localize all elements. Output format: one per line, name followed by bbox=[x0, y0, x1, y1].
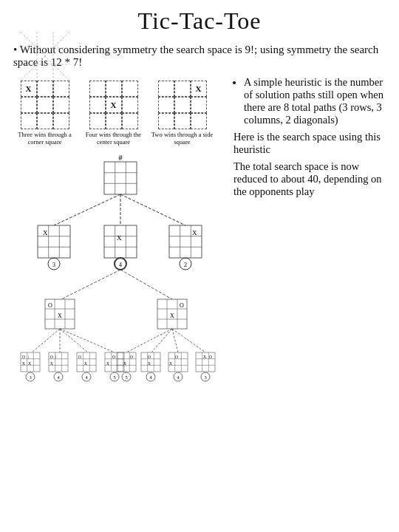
svg-text:O: O bbox=[209, 355, 212, 359]
svg-line-61 bbox=[172, 329, 178, 352]
svg-text:3: 3 bbox=[52, 262, 55, 268]
heuristic-para2: The total search space is now reduced to… bbox=[233, 160, 386, 198]
svg-text:X: X bbox=[169, 361, 172, 366]
svg-text:4: 4 bbox=[57, 375, 60, 380]
svg-text:4: 4 bbox=[85, 375, 88, 380]
svg-rect-7 bbox=[104, 162, 137, 194]
left-column: X bbox=[13, 76, 228, 395]
page-title: Tic-Tac-Toe bbox=[13, 7, 386, 35]
svg-text:X: X bbox=[192, 229, 197, 236]
svg-line-40 bbox=[120, 270, 172, 299]
svg-text:5: 5 bbox=[125, 375, 127, 380]
svg-rect-102 bbox=[117, 352, 136, 372]
svg-text:X: X bbox=[43, 229, 48, 236]
right-column: A simple heuristic is the number of solu… bbox=[233, 76, 386, 202]
main-layout: X bbox=[13, 76, 386, 395]
svg-text:X: X bbox=[123, 361, 126, 366]
svg-text:X: X bbox=[148, 361, 151, 366]
boards-row: X bbox=[13, 81, 228, 146]
svg-text:O: O bbox=[78, 355, 81, 359]
svg-text:O: O bbox=[180, 302, 184, 309]
svg-text:O: O bbox=[130, 355, 133, 359]
svg-text:X: X bbox=[106, 361, 109, 366]
svg-text:X: X bbox=[84, 361, 87, 366]
svg-text:3: 3 bbox=[204, 375, 206, 380]
board-side: X Two wins through a side square bbox=[151, 81, 214, 146]
heuristic-para1: Here is the search space using this heur… bbox=[233, 131, 386, 156]
svg-text:4: 4 bbox=[119, 262, 122, 268]
svg-line-12 bbox=[54, 194, 120, 225]
svg-text:O: O bbox=[48, 302, 52, 309]
svg-line-57 bbox=[60, 329, 88, 352]
svg-text:2: 2 bbox=[184, 262, 187, 268]
svg-text:4: 4 bbox=[149, 375, 152, 380]
svg-line-55 bbox=[32, 329, 60, 352]
board-center: X Four wins through the center square bbox=[82, 81, 145, 146]
svg-rect-111 bbox=[141, 352, 160, 372]
svg-text:X: X bbox=[203, 355, 206, 359]
heuristic-item: A simple heuristic is the number of solu… bbox=[244, 76, 386, 126]
svg-text:|: | bbox=[55, 355, 56, 359]
svg-text:X: X bbox=[28, 361, 31, 366]
intro-text: • Without considering symmetry the searc… bbox=[13, 44, 386, 69]
svg-text:#: # bbox=[118, 153, 123, 162]
svg-line-62 bbox=[172, 329, 205, 352]
svg-line-39 bbox=[61, 270, 120, 299]
tree-diagram: # X 3 bbox=[13, 151, 228, 395]
svg-text:O: O bbox=[112, 355, 115, 359]
svg-text:X: X bbox=[22, 361, 25, 366]
svg-text:X: X bbox=[170, 313, 174, 319]
svg-line-58 bbox=[60, 329, 115, 352]
svg-text:O: O bbox=[50, 355, 53, 359]
svg-line-60 bbox=[151, 329, 172, 352]
board-side-caption: Two wins through a side square bbox=[151, 131, 214, 146]
svg-text:O: O bbox=[22, 355, 25, 359]
board-corner: X bbox=[13, 81, 76, 146]
svg-text:X: X bbox=[58, 313, 62, 319]
svg-text:O: O bbox=[175, 355, 178, 359]
svg-text:4: 4 bbox=[177, 375, 180, 380]
svg-text:3: 3 bbox=[29, 375, 31, 380]
svg-text:X: X bbox=[117, 234, 122, 242]
svg-text:|: | bbox=[28, 355, 29, 359]
svg-rect-23 bbox=[104, 225, 137, 258]
svg-text:5: 5 bbox=[113, 375, 115, 380]
heuristic-list: A simple heuristic is the number of solu… bbox=[233, 76, 386, 126]
board-corner-caption: Three wins through a corner square bbox=[13, 131, 76, 146]
tree-svg: # X 3 bbox=[17, 151, 224, 395]
svg-line-14 bbox=[120, 194, 185, 225]
svg-text:X: X bbox=[50, 361, 53, 366]
svg-text:O: O bbox=[148, 355, 151, 359]
board-center-caption: Four wins through the center square bbox=[82, 131, 145, 146]
svg-line-59 bbox=[126, 329, 172, 352]
